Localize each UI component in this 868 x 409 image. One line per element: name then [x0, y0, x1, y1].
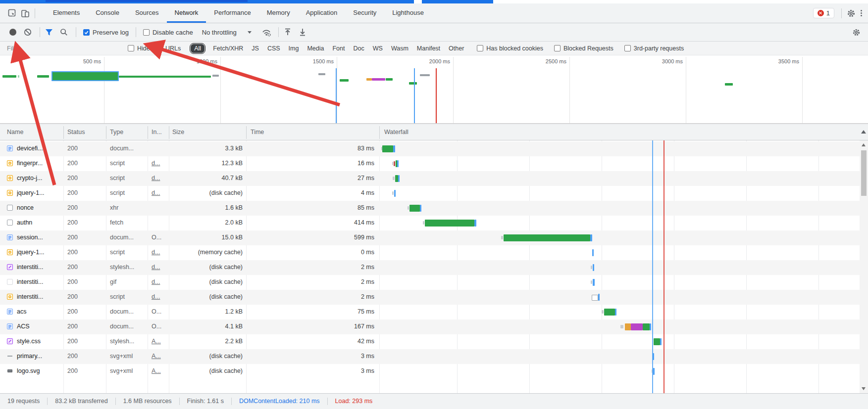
column-divider[interactable]	[148, 126, 148, 139]
tab-performance[interactable]: Performance	[206, 3, 258, 23]
vertical-scrollbar[interactable]	[860, 140, 868, 393]
table-row[interactable]: authn200fetch2.0 kB414 ms	[0, 216, 860, 230]
table-row[interactable]: interstiti...200scriptd...(disk cache)2 …	[0, 290, 860, 305]
tab-elements[interactable]: Elements	[45, 3, 88, 23]
has-blocked-cookies-checkbox[interactable]: Has blocked cookies	[477, 45, 543, 52]
tab-security[interactable]: Security	[345, 3, 384, 23]
export-har-icon[interactable]	[297, 26, 308, 38]
filter-type-media[interactable]: Media	[307, 45, 324, 52]
filter-type-doc[interactable]: Doc	[354, 45, 364, 52]
tab-sources[interactable]: Sources	[127, 3, 167, 23]
request-initiator[interactable]: d...	[152, 293, 168, 300]
import-har-icon[interactable]	[282, 26, 294, 38]
table-row[interactable]: style.css200stylesh...A...2.2 kB42 ms	[0, 334, 860, 349]
column-header-status[interactable]: Status	[67, 129, 85, 136]
request-initiator[interactable]: d...	[152, 278, 168, 285]
column-header-time[interactable]: Time	[251, 129, 264, 136]
scroll-down-icon[interactable]	[862, 387, 866, 390]
table-row[interactable]: nonce200xhr1.6 kB85 ms	[0, 201, 860, 216]
network-conditions-icon[interactable]	[260, 26, 272, 38]
table-row[interactable]: crypto-j...200scriptd...40.7 kB27 ms	[0, 171, 860, 186]
column-divider[interactable]	[63, 126, 64, 139]
filter-type-img[interactable]: Img	[289, 45, 299, 52]
request-initiator[interactable]: d...	[152, 189, 168, 196]
request-size: 2.2 kB	[169, 338, 243, 345]
network-settings-gear-icon[interactable]	[850, 26, 862, 38]
request-initiator[interactable]: A...	[152, 367, 168, 374]
request-initiator: O...	[152, 323, 168, 330]
tab-console[interactable]: Console	[88, 3, 127, 23]
column-divider[interactable]	[246, 126, 247, 139]
column-divider[interactable]	[169, 126, 169, 139]
table-row[interactable]: jquery-1...200scriptd...(memory cache)0 …	[0, 245, 860, 260]
filter-type-fetch-xhr[interactable]: Fetch/XHR	[213, 45, 243, 52]
scroll-up-icon[interactable]	[862, 143, 866, 146]
waterfall-bar-green	[604, 309, 615, 316]
filter-type-other[interactable]: Other	[449, 45, 464, 52]
preserve-log-checkbox[interactable]: Preserve log	[83, 29, 129, 36]
request-initiator[interactable]: A...	[152, 353, 168, 360]
filter-type-manifest[interactable]: Manifest	[417, 45, 440, 52]
blocked-requests-checkbox[interactable]: Blocked Requests	[554, 45, 613, 52]
request-time: 599 ms	[248, 234, 374, 241]
column-divider[interactable]	[379, 126, 380, 139]
waterfall-bar-blue	[660, 338, 662, 345]
tab-application[interactable]: Application	[298, 3, 346, 23]
clear-icon[interactable]	[22, 26, 34, 38]
disable-cache-checkbox[interactable]: Disable cache	[143, 29, 193, 36]
device-toolbar-icon[interactable]	[19, 7, 32, 20]
table-row[interactable]: logo.svg200svg+xmlA...(disk cache)3 ms	[0, 364, 860, 379]
settings-gear-icon[interactable]	[845, 7, 858, 20]
tab-network[interactable]: Network	[167, 3, 206, 23]
column-header-size[interactable]: Size	[172, 129, 184, 136]
overview-selected-request-bar	[51, 71, 119, 81]
table-row[interactable]: devicefi...200docum...3.3 kB83 ms	[0, 141, 860, 156]
filter-type-font[interactable]: Font	[332, 45, 345, 52]
filter-type-ws[interactable]: WS	[373, 45, 383, 52]
tab-memory[interactable]: Memory	[259, 3, 298, 23]
waterfall-bar-magenta	[631, 323, 643, 330]
column-header-in[interactable]: In...	[152, 129, 162, 136]
record-icon[interactable]	[7, 26, 19, 38]
table-row[interactable]: fingerpr...200scriptd...12.3 kB16 ms	[0, 156, 860, 171]
request-status: 200	[67, 353, 78, 360]
filter-input[interactable]: Filter	[7, 45, 124, 52]
scrollbar-thumb[interactable]	[861, 150, 867, 196]
request-initiator[interactable]: d...	[152, 175, 168, 182]
table-row[interactable]: acs200docum...O...1.2 kB75 ms	[0, 305, 860, 319]
column-header-name[interactable]: Name	[7, 129, 23, 136]
request-name: logo.svg	[17, 367, 62, 374]
request-status: 200	[67, 219, 78, 226]
request-size: (disk cache)	[169, 367, 243, 374]
table-row[interactable]: ACS200docum...O...4.1 kB167 ms	[0, 319, 860, 334]
filter-type-js[interactable]: JS	[252, 45, 259, 52]
column-divider[interactable]	[106, 126, 106, 139]
request-initiator[interactable]: A...	[152, 338, 168, 345]
filter-type-all[interactable]: All	[191, 44, 204, 53]
error-count-badge[interactable]: ✕ 1	[813, 8, 834, 18]
column-header-type[interactable]: Type	[110, 129, 123, 136]
image-icon	[7, 279, 13, 285]
table-row[interactable]: interstiti...200gifd...(disk cache)2 ms	[0, 275, 860, 290]
request-initiator[interactable]: d...	[152, 264, 168, 271]
request-initiator[interactable]: d...	[152, 249, 168, 256]
more-options-icon[interactable]	[861, 10, 862, 16]
third-party-requests-checkbox[interactable]: 3rd-party requests	[624, 45, 684, 52]
table-row[interactable]: interstiti...200stylesh...d...(disk cach…	[0, 260, 860, 275]
search-icon[interactable]	[58, 26, 70, 38]
tab-lighthouse[interactable]: Lighthouse	[384, 3, 432, 23]
column-header-waterfall[interactable]: Waterfall	[384, 129, 408, 136]
request-initiator[interactable]: d...	[152, 160, 168, 167]
request-time: 0 ms	[248, 249, 374, 256]
table-row[interactable]: primary...200svg+xmlA...(disk cache)3 ms	[0, 349, 860, 364]
filter-funnel-icon[interactable]	[43, 26, 55, 38]
hide-data-urls-checkbox[interactable]: Hide data URLs	[128, 45, 181, 52]
network-overview-timeline[interactable]: 500 ms1000 ms1500 ms2000 ms2500 ms3000 m…	[0, 55, 868, 124]
inspect-element-icon[interactable]	[6, 7, 19, 20]
filter-type-css[interactable]: CSS	[267, 45, 280, 52]
throttling-dropdown[interactable]: No throttling	[202, 29, 252, 36]
table-row[interactable]: jquery-1...200scriptd...(disk cache)4 ms	[0, 186, 860, 201]
table-row[interactable]: session...200docum...O...15.0 kB599 ms	[0, 230, 860, 245]
devtools-window: ElementsConsoleSourcesNetworkPerformance…	[0, 0, 868, 409]
filter-type-wasm[interactable]: Wasm	[391, 45, 408, 52]
